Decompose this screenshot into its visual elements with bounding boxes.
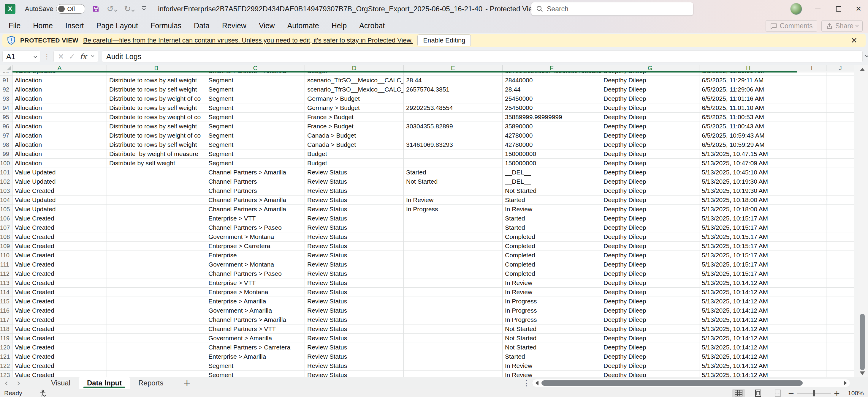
chevron-down-icon[interactable] [34,55,37,58]
cell-E99[interactable] [404,149,503,159]
cell-C121[interactable]: Enterprise > Amarilla [206,352,305,361]
next-sheet-button[interactable]: › [12,378,25,388]
cell-B91[interactable]: Distribute to rows by self weight [107,76,206,85]
cell-F107[interactable]: Started [503,223,601,232]
cell-C113[interactable]: Enterprise > VTT [206,278,305,288]
horizontal-scrollbar[interactable] [532,379,850,387]
cell-B114[interactable] [107,288,206,297]
cell-C91[interactable]: Segment [206,76,305,85]
cell-D119[interactable]: Review Status [305,334,404,343]
cell-G111[interactable]: Deepthy Dileep [601,260,700,269]
page-layout-view-button[interactable] [752,389,765,397]
customize-quick-access-button[interactable] [142,6,146,11]
cell-F101[interactable]: __DEL__ [503,168,601,177]
cell-D100[interactable]: Budget [305,159,404,168]
cell-B92[interactable]: Distribute to rows by self weight [107,85,206,94]
cell-E108[interactable] [404,232,503,242]
cell-G109[interactable]: Deepthy Dileep [601,242,700,251]
cell-C94[interactable]: Segment [206,104,305,113]
cell-H105[interactable]: 5/13/2025, 10:18:00 AM [700,205,797,214]
row-header-99[interactable]: 99 [0,149,12,159]
column-header-C[interactable]: C [206,65,305,71]
sheet-tab-data-input[interactable]: Data Input [79,377,130,389]
cell-D103[interactable]: Review Status [305,186,404,196]
chevron-down-icon[interactable] [91,54,94,57]
scroll-right-icon[interactable] [844,381,847,386]
cell-A103[interactable]: Value Created [12,186,107,196]
cell-H122[interactable]: 5/13/2025, 10:14:12 AM [700,361,797,371]
cell-D95[interactable]: France > Budget [305,113,404,122]
cell-C100[interactable]: Segment [206,159,305,168]
cell-B119[interactable] [107,334,206,343]
row-header-106[interactable]: 106 [0,214,12,223]
cell-A102[interactable]: Value Updated [12,177,107,186]
cell-J111[interactable] [827,260,854,269]
row-header-117[interactable]: 117 [0,315,12,324]
cell-J114[interactable] [827,288,854,297]
cell-C97[interactable]: Segment [206,131,305,140]
cell-E119[interactable] [404,334,503,343]
cell-H90[interactable]: 6/5/2025, 11:36:01 AM [700,73,797,76]
row-header-123[interactable]: 123 [0,371,12,377]
cell-I92[interactable] [797,85,827,94]
cell-I90[interactable] [797,73,827,76]
page-break-preview-button[interactable] [771,389,784,397]
cell-C95[interactable]: Segment [206,113,305,122]
cell-A107[interactable]: Value Created [12,223,107,232]
cell-H123[interactable]: 5/13/2025, 10:14:12 AM [700,371,797,377]
cell-G91[interactable]: Deepthy Dileep [601,76,700,85]
cell-E105[interactable]: In Progress [404,205,503,214]
cell-F119[interactable]: Not Started [503,334,601,343]
cell-F109[interactable]: Completed [503,242,601,251]
cell-J109[interactable] [827,242,854,251]
drag-handle-icon[interactable]: ⋮ [43,52,51,61]
cell-I99[interactable] [797,149,827,159]
cell-J100[interactable] [827,159,854,168]
cell-I93[interactable] [797,94,827,104]
cell-D120[interactable]: Review Status [305,343,404,352]
cell-A92[interactable]: Allocation [12,85,107,94]
cell-A115[interactable]: Value Created [12,297,107,306]
cell-B118[interactable] [107,324,206,334]
autosave-toggle[interactable]: AutoSave Off [25,4,85,14]
row-header-116[interactable]: 116 [0,306,12,315]
cell-E110[interactable] [404,251,503,260]
cell-G104[interactable]: Deepthy Dileep [601,196,700,205]
cell-G107[interactable]: Deepthy Dileep [601,223,700,232]
cell-F106[interactable]: Started [503,214,601,223]
cell-H107[interactable]: 5/13/2025, 10:15:17 AM [700,223,797,232]
cell-B109[interactable] [107,242,206,251]
cell-I94[interactable] [797,104,827,113]
zoom-slider[interactable] [797,393,831,393]
cell-E96[interactable]: 30304355.82899 [404,122,503,131]
cell-E114[interactable] [404,288,503,297]
zoom-out-button[interactable]: − [787,389,796,397]
cell-J92[interactable] [827,85,854,94]
cell-E95[interactable] [404,113,503,122]
ribbon-tab-insert[interactable]: Insert [59,21,90,30]
cell-D109[interactable]: Review Status [305,242,404,251]
cell-D108[interactable]: Review Status [305,232,404,242]
row-header-100[interactable]: 100 [0,159,12,168]
cell-G120[interactable]: Deepthy Dileep [601,343,700,352]
row-header-96[interactable]: 96 [0,122,12,131]
cell-G100[interactable]: Deepthy Dileep [601,159,700,168]
row-header-111[interactable]: 111 [0,260,12,269]
cell-I114[interactable] [797,288,827,297]
cell-D117[interactable]: Review Status [305,315,404,324]
cell-G95[interactable]: Deepthy Dileep [601,113,700,122]
cell-C116[interactable]: Government > Amarilla [206,306,305,315]
cell-D115[interactable]: Review Status [305,297,404,306]
cell-F91[interactable]: 28440000 [503,76,601,85]
cell-D93[interactable]: Germany > Budget [305,94,404,104]
cell-H115[interactable]: 5/13/2025, 10:14:12 AM [700,297,797,306]
cell-E116[interactable] [404,306,503,315]
cell-E115[interactable] [404,297,503,306]
cell-B113[interactable] [107,278,206,288]
cell-G90[interactable]: Deepthy Dileep [601,73,700,76]
vertical-scroll-thumb[interactable] [860,314,865,370]
cell-I121[interactable] [797,352,827,361]
cell-G112[interactable]: Deepthy Dileep [601,269,700,278]
row-header-103[interactable]: 103 [0,186,12,196]
sheet-tab-visual[interactable]: Visual [43,377,79,389]
